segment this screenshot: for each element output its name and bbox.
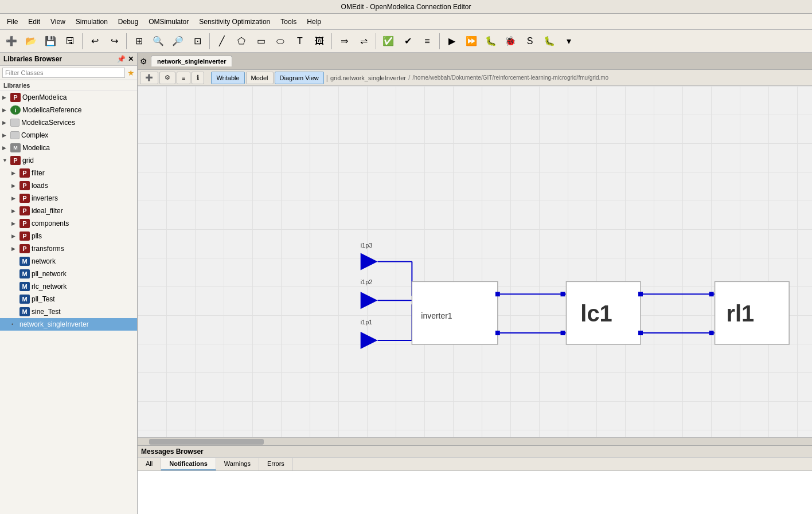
debug2-button[interactable]: 🐞 bbox=[501, 32, 520, 50]
check-button[interactable]: ✅ bbox=[379, 32, 397, 50]
label-network-single-inverter: network_singleInverter bbox=[19, 320, 89, 328]
icon-inverters: P bbox=[19, 194, 30, 203]
arrow-openmodelica: ▶ bbox=[2, 95, 10, 100]
label-modelica: Modelica bbox=[22, 144, 50, 152]
undo-button[interactable]: ↩ bbox=[85, 32, 104, 50]
view-list-button[interactable]: ≡ bbox=[177, 72, 190, 84]
port-wire-lc-rl-top[interactable] bbox=[709, 292, 714, 296]
tree-item-modelicareference[interactable]: ▶ i ModelicaReference bbox=[0, 104, 137, 116]
save-button[interactable]: 💾 bbox=[41, 32, 60, 50]
menu-tools[interactable]: Tools bbox=[276, 17, 301, 27]
menu-debug[interactable]: Debug bbox=[114, 17, 143, 27]
menu-omsimulator[interactable]: OMSimulator bbox=[144, 17, 193, 27]
debug-button[interactable]: 🐛 bbox=[482, 32, 500, 50]
menu-edit[interactable]: Edit bbox=[24, 17, 45, 27]
h-scrollbar[interactable] bbox=[138, 437, 812, 445]
model-view-button[interactable]: Model bbox=[246, 72, 274, 84]
tree-item-modelicaservices[interactable]: ▶ ModelicaServices bbox=[0, 116, 137, 129]
check2-button[interactable]: ✔ bbox=[399, 32, 417, 50]
open-button[interactable]: 📂 bbox=[22, 32, 40, 50]
zoom-fit-button[interactable]: ⊡ bbox=[188, 32, 206, 50]
label-openmodelica: OpenModelica bbox=[22, 93, 67, 101]
transition-button[interactable]: ⇌ bbox=[354, 32, 373, 50]
close-libraries-icon[interactable]: ✕ bbox=[128, 55, 134, 63]
connect-button[interactable]: ⇒ bbox=[335, 32, 353, 50]
text-tool-button[interactable]: T bbox=[291, 32, 309, 50]
tree-item-network[interactable]: ▶ M network bbox=[0, 255, 137, 268]
save-all-button[interactable]: 🖫 bbox=[61, 32, 79, 50]
arrow-i1p1[interactable] bbox=[361, 332, 378, 349]
arrow-plls: ▶ bbox=[11, 233, 19, 239]
arrow-i1p3[interactable] bbox=[361, 253, 378, 270]
add-connection-button[interactable]: ⚙ bbox=[159, 72, 175, 84]
ellipse-tool-button[interactable]: ⬭ bbox=[271, 32, 290, 50]
tree-item-plls[interactable]: ▶ P plls bbox=[0, 230, 137, 242]
arrow-i1p2[interactable] bbox=[361, 292, 378, 309]
tree-item-modelica[interactable]: ▶ M Modelica bbox=[0, 142, 137, 154]
tree-item-ideal-filter[interactable]: ▶ P ideal_filter bbox=[0, 205, 137, 217]
tree-item-components[interactable]: ▶ P components bbox=[0, 217, 137, 230]
diagram-canvas[interactable]: i1p3 i1p2 i1p1 inverter1 bbox=[138, 86, 812, 437]
line-tool-button[interactable]: ╱ bbox=[213, 32, 231, 50]
menu-sensitivity[interactable]: Sensitivity Optimization bbox=[194, 17, 275, 27]
tree-item-sine-test[interactable]: ▶ M sine_Test bbox=[0, 305, 137, 318]
info-button[interactable]: ≡ bbox=[418, 32, 436, 50]
icon-grid: P bbox=[10, 156, 21, 165]
label-network: network bbox=[32, 257, 56, 265]
h-scroll-thumb[interactable] bbox=[149, 439, 264, 445]
simulate-with-transformations-button[interactable]: ⏩ bbox=[462, 32, 481, 50]
tree-item-network-single-inverter[interactable]: • network_singleInverter bbox=[0, 318, 137, 331]
menu-help[interactable]: Help bbox=[302, 17, 326, 27]
diagram-view-button[interactable]: Diagram View bbox=[275, 72, 324, 84]
tab-network-single-inverter[interactable]: network_singleInverter bbox=[151, 56, 232, 66]
add-component-button[interactable]: ➕ bbox=[140, 72, 158, 84]
arrow-network-single-inverter: • bbox=[11, 321, 19, 327]
msg-tab-all[interactable]: All bbox=[138, 458, 161, 470]
tree-item-openmodelica[interactable]: ▶ P OpenModelica bbox=[0, 91, 137, 104]
dropdown-button[interactable]: ▾ bbox=[560, 32, 578, 50]
writable-button[interactable]: Writable bbox=[211, 72, 244, 84]
tree-item-transforms[interactable]: ▶ P transforms bbox=[0, 242, 137, 255]
tree-item-inverters[interactable]: ▶ P inverters bbox=[0, 192, 137, 205]
msg-tab-notifications[interactable]: Notifications bbox=[161, 458, 216, 470]
tree-item-pll-test[interactable]: ▶ M pll_Test bbox=[0, 293, 137, 305]
menu-view[interactable]: View bbox=[46, 17, 70, 27]
tree-item-rlc-network[interactable]: ▶ M rlc_network bbox=[0, 280, 137, 293]
info-model-button[interactable]: ℹ bbox=[192, 72, 204, 84]
menu-file[interactable]: File bbox=[2, 17, 22, 27]
pin-icon[interactable]: 📌 bbox=[117, 55, 126, 63]
port-lc1-top-right[interactable] bbox=[638, 292, 643, 296]
tree-item-grid[interactable]: ▼ P grid bbox=[0, 154, 137, 167]
sensitivity-button[interactable]: 🐛 bbox=[540, 32, 559, 50]
label-grid: grid bbox=[22, 156, 34, 164]
msg-tab-errors[interactable]: Errors bbox=[259, 458, 293, 470]
optimization-button[interactable]: S bbox=[521, 32, 539, 50]
bitmap-tool-button[interactable]: 🖼 bbox=[310, 32, 329, 50]
new-button[interactable]: ➕ bbox=[2, 32, 21, 50]
poly-tool-button[interactable]: ⬠ bbox=[232, 32, 251, 50]
filter-star-icon[interactable]: ★ bbox=[127, 68, 135, 77]
menu-simulation[interactable]: Simulation bbox=[71, 17, 112, 27]
port-inverter1-bot-right[interactable] bbox=[495, 331, 500, 335]
rect-tool-button[interactable]: ▭ bbox=[252, 32, 270, 50]
port-wire-inv-lc-bot[interactable] bbox=[560, 331, 565, 335]
port-wire-lc-rl-bot[interactable] bbox=[709, 331, 714, 335]
arrow-complex: ▶ bbox=[2, 132, 10, 138]
library-tree: ▶ P OpenModelica ▶ i ModelicaReference ▶… bbox=[0, 91, 137, 514]
zoom-out-button[interactable]: 🔎 bbox=[169, 32, 187, 50]
msg-tab-warnings[interactable]: Warnings bbox=[216, 458, 259, 470]
icon-pll-test: M bbox=[19, 295, 30, 304]
port-wire-inv-lc-top[interactable] bbox=[560, 292, 565, 296]
filter-classes-input[interactable] bbox=[2, 68, 125, 78]
tree-item-filter[interactable]: ▶ P filter bbox=[0, 167, 137, 179]
breadcrumb-model[interactable]: grid.network_singleInverter bbox=[330, 74, 406, 81]
port-lc1-bot-right[interactable] bbox=[638, 331, 643, 335]
grid-button[interactable]: ⊞ bbox=[130, 32, 148, 50]
simulate-button[interactable]: ▶ bbox=[443, 32, 461, 50]
tree-item-complex[interactable]: ▶ Complex bbox=[0, 129, 137, 142]
zoom-in-button[interactable]: 🔍 bbox=[149, 32, 167, 50]
port-inverter1-top-right[interactable] bbox=[495, 292, 500, 296]
tree-item-pll-network[interactable]: ▶ M pll_network bbox=[0, 268, 137, 280]
tree-item-loads[interactable]: ▶ P loads bbox=[0, 179, 137, 192]
redo-button[interactable]: ↪ bbox=[105, 32, 123, 50]
